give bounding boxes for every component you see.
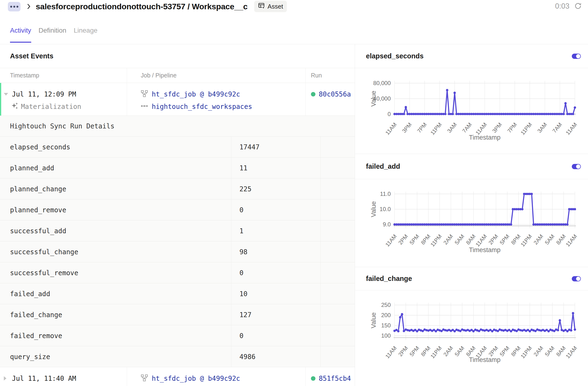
svg-text:11AM: 11AM: [565, 122, 578, 136]
svg-text:11AM: 11AM: [384, 233, 398, 248]
chart-section-failed-add: failed_add 11AM2PM5PM8PM11PM2AM5AM8AM11A…: [355, 154, 588, 267]
event-row[interactable]: Jul 11, 11:40 AM Materialization: [0, 367, 355, 386]
svg-text:2PM: 2PM: [397, 345, 409, 358]
detail-key: successful_change: [10, 248, 78, 256]
svg-text:11PM: 11PM: [519, 233, 533, 248]
refresh-icon[interactable]: [574, 2, 582, 10]
detail-value: 127: [239, 311, 252, 319]
detail-row: elapsed_seconds17447: [0, 136, 355, 157]
run-status-dot: [311, 92, 315, 96]
toggle-knob: [576, 277, 580, 281]
page-title: salesforceproductiondonottouch-53757 / W…: [36, 2, 248, 11]
svg-text:2PM: 2PM: [487, 345, 499, 358]
detail-row: planned_add11: [0, 157, 355, 178]
detail-row: failed_add10: [0, 283, 355, 304]
svg-text:7AM: 7AM: [551, 122, 563, 134]
materialization-sparkle-icon: [11, 102, 18, 111]
detail-key: failed_add: [10, 290, 50, 298]
detail-value: 4986: [239, 353, 255, 361]
svg-text:10.0: 10.0: [379, 206, 391, 212]
ellipsis-icon: [10, 6, 12, 8]
column-header-run: Run: [305, 68, 355, 83]
detail-value: 1: [239, 227, 244, 235]
asset-link[interactable]: hightouch_sfdc_workspaces: [152, 103, 252, 110]
ellipsis-icon: [17, 6, 18, 8]
svg-text:11PM: 11PM: [429, 122, 443, 136]
svg-text:2AM: 2AM: [532, 345, 545, 358]
svg-text:Timestamp: Timestamp: [469, 134, 501, 141]
chart-title: failed_add: [366, 163, 400, 170]
tab-definition[interactable]: Definition: [39, 27, 66, 43]
asset-badge-label: Asset: [268, 3, 283, 10]
job-link[interactable]: ht_sfdc_job @ b499c92c: [152, 90, 240, 98]
failed-add-chart: 11AM2PM5PM8PM11PM2AM5AM8AM11AM2PM5PM8PM1…: [355, 179, 588, 267]
detail-row: planned_change225: [0, 178, 355, 199]
detail-row: planned_remove0: [0, 199, 355, 220]
job-icon: [141, 90, 148, 98]
toggle-knob: [576, 164, 580, 169]
svg-text:2AM: 2AM: [532, 233, 545, 246]
run-id-link[interactable]: 851f5cb4: [319, 375, 351, 383]
job-icon: [141, 374, 148, 383]
chart-toggle[interactable]: [572, 164, 581, 169]
svg-text:5AM: 5AM: [453, 233, 465, 246]
detail-value: 98: [239, 248, 248, 256]
svg-text:11PM: 11PM: [429, 345, 443, 360]
svg-text:80,000: 80,000: [373, 80, 391, 86]
svg-text:3PM: 3PM: [401, 122, 413, 134]
run-id-link[interactable]: 80c0556a: [319, 90, 351, 98]
event-timestamp: Jul 11, 11:40 AM: [12, 375, 76, 383]
job-link[interactable]: ht_sfdc_job @ b499c92c: [152, 375, 240, 383]
svg-text:7PM: 7PM: [416, 122, 428, 134]
svg-text:0: 0: [388, 111, 391, 117]
svg-text:5AM: 5AM: [453, 345, 465, 358]
column-header-timestamp: Timestamp: [0, 72, 127, 79]
svg-text:2AM: 2AM: [442, 233, 454, 246]
tab-activity[interactable]: Activity: [10, 27, 31, 43]
detail-key: successful_remove: [10, 269, 78, 277]
svg-text:11PM: 11PM: [519, 345, 533, 360]
collapse-caret-icon[interactable]: [4, 93, 8, 96]
refresh-timer: 0:03: [555, 2, 569, 10]
tab-bar: Activity Definition Lineage: [10, 27, 97, 43]
svg-text:Value: Value: [370, 312, 377, 328]
svg-text:5AM: 5AM: [544, 345, 556, 358]
chart-toggle[interactable]: [572, 276, 581, 281]
chart-section-elapsed-seconds: elapsed_seconds 11AM3PM7PM11PM3AM7AM11AM…: [355, 44, 588, 154]
column-header-job-pipeline: Job / Pipeline: [127, 68, 305, 83]
asset-badge: Asset: [254, 1, 287, 12]
event-type-label: Materialization: [21, 103, 81, 110]
breadcrumb-ellipsis-button[interactable]: [8, 2, 21, 11]
asset-table-icon: [258, 2, 265, 11]
detail-key: query_size: [10, 353, 50, 361]
svg-text:2AM: 2AM: [442, 345, 454, 358]
tab-lineage[interactable]: Lineage: [74, 27, 97, 43]
ellipsis-icon: [13, 6, 15, 8]
detail-value: 0: [239, 269, 244, 277]
detail-key: failed_change: [10, 311, 62, 319]
svg-text:11.0: 11.0: [380, 191, 391, 197]
detail-row: successful_add1: [0, 220, 355, 241]
expand-caret-icon[interactable]: [4, 376, 6, 381]
failed-change-chart: 11AM2PM5PM8PM11PM2AM5AM8AM11AM2PM5PM8PM1…: [355, 290, 588, 386]
event-row[interactable]: Jul 11, 12:09 PM Materialization: [0, 83, 355, 116]
svg-text:5PM: 5PM: [408, 345, 420, 358]
event-timestamp: Jul 11, 12:09 PM: [12, 90, 76, 98]
detail-value: 225: [239, 185, 252, 193]
chart-section-failed-change: failed_change 11AM2PM5PM8PM11PM2AM5AM8AM…: [355, 267, 588, 386]
details-table: elapsed_seconds17447planned_add11planned…: [0, 136, 355, 367]
svg-text:11AM: 11AM: [565, 345, 578, 360]
svg-text:5PM: 5PM: [408, 233, 420, 246]
svg-text:7PM: 7PM: [506, 122, 518, 134]
elapsed-seconds-chart: 11AM3PM7PM11PM3AM7AM11AM3PM7PM11PM3AM7AM…: [355, 68, 588, 154]
detail-row: successful_remove0: [0, 262, 355, 283]
chart-title: failed_change: [366, 275, 412, 283]
svg-text:11AM: 11AM: [384, 345, 398, 360]
svg-text:7AM: 7AM: [461, 122, 473, 134]
asset-events-panel: Asset Events Timestamp Job / Pipeline Ru…: [0, 44, 355, 386]
svg-text:5PM: 5PM: [499, 345, 511, 358]
svg-text:11PM: 11PM: [519, 122, 533, 136]
detail-row: failed_remove0: [0, 325, 355, 346]
svg-text:2PM: 2PM: [487, 233, 499, 246]
chart-toggle[interactable]: [572, 54, 581, 59]
